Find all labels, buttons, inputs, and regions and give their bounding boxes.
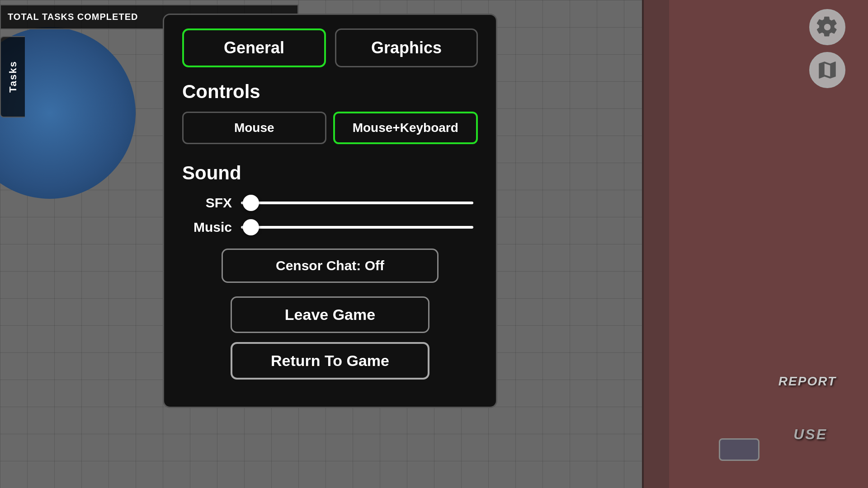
report-button-label: REPORT xyxy=(778,374,836,389)
map-icon-button[interactable] xyxy=(809,52,845,88)
total-tasks-text: TOTAL TASKS COMPLETED xyxy=(8,12,138,22)
mouse-control-button[interactable]: Mouse xyxy=(182,112,326,144)
sfx-slider-thumb[interactable] xyxy=(243,195,259,211)
sound-section-title: Sound xyxy=(182,162,478,184)
return-to-game-button[interactable]: Return To Game xyxy=(231,342,429,380)
use-button-label: USE xyxy=(793,426,827,443)
censor-chat-button[interactable]: Censor Chat: Off xyxy=(222,249,439,283)
map-icon xyxy=(816,59,839,81)
controls-section-title: Controls xyxy=(182,81,478,103)
leave-game-button[interactable]: Leave Game xyxy=(231,296,429,333)
music-slider-track[interactable] xyxy=(241,226,473,229)
mouse-keyboard-control-button[interactable]: Mouse+Keyboard xyxy=(333,112,478,144)
gear-icon-button[interactable] xyxy=(809,9,845,45)
sfx-label: SFX xyxy=(182,195,232,211)
settings-modal: General Graphics Controls Mouse Mouse+Ke… xyxy=(163,14,497,408)
gear-icon xyxy=(816,16,839,38)
sfx-slider-row: SFX xyxy=(182,195,478,211)
controls-row: Mouse Mouse+Keyboard xyxy=(182,112,478,144)
music-slider-thumb[interactable] xyxy=(243,219,259,235)
sfx-slider-track[interactable] xyxy=(241,202,473,204)
tasks-panel: Tasks xyxy=(0,36,25,117)
small-bottom-right-button[interactable] xyxy=(719,438,760,461)
music-label: Music xyxy=(182,220,232,235)
music-slider-row: Music xyxy=(182,220,478,235)
tabs-row: General Graphics xyxy=(182,28,478,67)
tasks-label: Tasks xyxy=(7,61,19,93)
tab-graphics[interactable]: Graphics xyxy=(335,28,478,67)
tab-general[interactable]: General xyxy=(182,28,326,67)
